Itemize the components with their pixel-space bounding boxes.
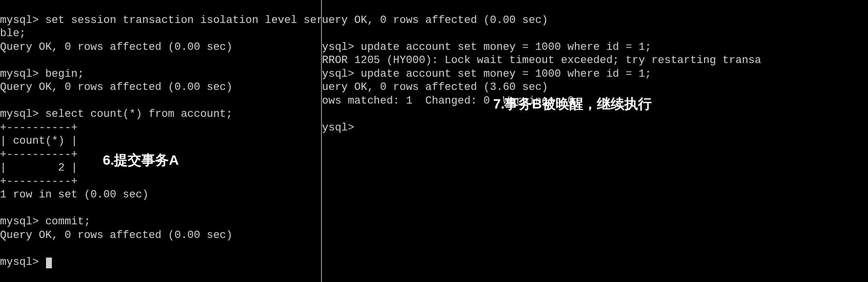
terminal-line: ysql> update account set money = 1000 wh… [322,68,651,80]
left-terminal-pane[interactable]: mysql> set session transaction isolation… [0,0,322,282]
terminal-line: RROR 1205 (HY000): Lock wait timeout exc… [322,54,761,66]
terminal-line: mysql> select count(*) from account; [0,108,232,120]
annotation-left: 6.提交事务A [103,152,179,169]
terminal-line: Query OK, 0 rows affected (0.00 sec) [0,229,232,241]
terminal-line: uery OK, 0 rows affected (3.60 sec) [322,81,548,93]
terminal-line: Query OK, 0 rows affected (0.00 sec) [0,41,232,53]
annotation-right: 7.事务B被唤醒，继续执行 [493,95,652,112]
terminal-line: 1 row in set (0.00 sec) [0,189,149,201]
terminal-prompt: ysql> [322,122,354,134]
terminal-line: mysql> begin; [0,68,84,80]
terminal-line: +----------+ [0,122,77,134]
terminal-line: uery OK, 0 rows affected (0.00 sec) [322,14,548,26]
terminal-line: Query OK, 0 rows affected (0.00 sec) [0,81,232,93]
terminal-line: ysql> update account set money = 1000 wh… [322,41,651,53]
terminal-line: +----------+ [0,175,77,188]
terminal-line: +----------+ [0,149,77,161]
terminal-line: | 2 | [0,162,77,174]
terminal-line: ble; [0,27,26,40]
terminal-line: mysql> commit; [0,216,91,228]
right-terminal-pane[interactable]: uery OK, 0 rows affected (0.00 sec) ysql… [322,0,868,282]
terminal-line: | count(*) | [0,135,77,147]
terminal-prompt: mysql> [0,256,45,268]
cursor-icon [46,258,52,268]
terminal-line: mysql> set session transaction isolation… [0,14,322,26]
